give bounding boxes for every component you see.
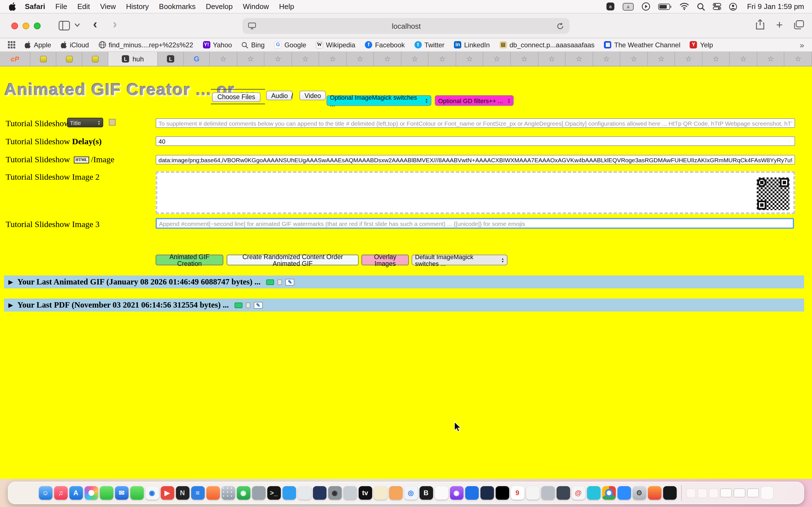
tab-active-huh[interactable]: L huh [108, 52, 158, 66]
bookmark-twitter[interactable]: t Twitter [414, 41, 445, 49]
menu-item-history[interactable]: History [126, 2, 149, 11]
dock-icon[interactable] [206, 486, 220, 500]
bookmark-weather-channel[interactable]: ▦ The Weather Channel [604, 41, 680, 49]
bookmark-apple[interactable]: Apple [25, 41, 51, 49]
bookmark-linkedin[interactable]: in LinkedIn [454, 41, 490, 49]
menu-item-view[interactable]: View [100, 2, 116, 11]
menu-item-bookmarks[interactable]: Bookmarks [159, 2, 196, 11]
favorites-grid-icon[interactable] [8, 41, 15, 48]
dock-icon[interactable] [343, 486, 357, 500]
last-pdf-summary[interactable]: ▶ Your Last PDF (November 03 2021 06:14:… [4, 298, 804, 312]
empty-favorite-tab[interactable]: ☆ [237, 52, 264, 66]
dock-icon[interactable]: @ [571, 486, 585, 500]
choose-files-button[interactable]: Choose Files [212, 92, 260, 102]
reload-icon[interactable] [557, 22, 564, 30]
bookmark-wikipedia[interactable]: W Wikipedia [316, 41, 355, 49]
zoom-window-button[interactable] [34, 22, 41, 29]
dock-icon[interactable]: ◉ [328, 486, 342, 500]
bookmarks-overflow-chevron[interactable]: » [800, 40, 804, 49]
gd-filters-select[interactable]: Optional GD filters++ ... ▲▼ [435, 95, 514, 106]
video-button[interactable]: Video [299, 91, 326, 100]
chevron-down-icon[interactable] [74, 23, 80, 27]
menu-item-window[interactable]: Window [243, 2, 269, 11]
tab-cpanel[interactable]: cP [0, 52, 31, 66]
empty-favorite-tab[interactable]: ☆ [730, 52, 757, 66]
dock-icon[interactable]: ◉ [145, 486, 159, 500]
menu-item-edit[interactable]: Edit [77, 2, 90, 11]
dock-icon[interactable]: ♫ [54, 486, 67, 500]
sidebar-icon[interactable] [59, 21, 70, 31]
address-bar[interactable]: localhost [243, 18, 569, 34]
dock-icon[interactable] [130, 486, 144, 500]
empty-favorite-tab[interactable]: ☆ [484, 52, 511, 66]
dock-icon[interactable] [252, 486, 265, 500]
dock-icon[interactable]: >_ [267, 486, 281, 500]
bookmark-icloud[interactable]: iCloud [61, 41, 89, 49]
animated-gif-creation-button[interactable]: Animated GIF Creation [156, 255, 223, 265]
empty-favorite-tab[interactable]: ☆ [703, 52, 730, 66]
image2-dropzone[interactable] [156, 171, 795, 214]
pinned-tab[interactable] [56, 52, 82, 66]
small-box-icon[interactable] [246, 302, 250, 308]
control-center-icon[interactable] [713, 3, 721, 10]
empty-favorite-tab[interactable]: ☆ [402, 52, 429, 66]
overlay-images-button[interactable]: Overlay Images [361, 255, 409, 265]
menu-clock[interactable]: Fri 9 Jan 1:59 pm [747, 2, 804, 11]
dock-icon[interactable] [313, 486, 326, 500]
spotlight-icon[interactable] [697, 3, 705, 10]
dock-icon[interactable] [84, 486, 98, 500]
empty-favorite-tab[interactable]: ☆ [264, 52, 292, 66]
dock-icon[interactable]: ◉ [450, 486, 463, 500]
minimized-window-thumbnail[interactable] [733, 489, 745, 497]
battery-icon[interactable] [658, 3, 672, 10]
new-tab-icon[interactable]: + [776, 20, 783, 29]
apple-menu-icon[interactable] [8, 2, 17, 11]
empty-favorite-tab[interactable]: ☆ [566, 52, 593, 66]
minimized-window-thumbnail[interactable] [720, 489, 732, 497]
bookmark-google[interactable]: G Google [274, 41, 306, 49]
dock-icon[interactable] [602, 486, 615, 500]
dock-icon[interactable] [587, 486, 600, 500]
play-icon[interactable] [642, 2, 650, 11]
dock-icon[interactable] [435, 486, 448, 500]
empty-favorite-tab[interactable]: ☆ [292, 52, 319, 66]
menu-item-develop[interactable]: Develop [206, 2, 233, 11]
tabs-overview-icon[interactable] [794, 20, 804, 29]
dock-icon[interactable]: B [419, 486, 433, 500]
tab-google[interactable]: G [184, 52, 210, 66]
menu-app-name[interactable]: Safari [25, 2, 45, 11]
dock-icon[interactable] [465, 486, 478, 500]
dock-icon[interactable]: ◎ [404, 486, 417, 500]
dock-mini-window[interactable] [686, 488, 696, 498]
dock-icon[interactable]: ☺ [39, 486, 52, 500]
wifi-icon[interactable] [679, 3, 689, 10]
bookmark-bing[interactable]: Bing [242, 41, 265, 49]
menu-item-help[interactable]: Help [279, 2, 294, 11]
title-colour-swatch[interactable] [109, 119, 116, 126]
dock-icon[interactable] [526, 486, 539, 500]
compose-icon[interactable]: ✎ [254, 302, 263, 308]
dock-icon[interactable]: ✉ [115, 486, 128, 500]
dock-icon[interactable] [297, 486, 311, 500]
dock-icon[interactable] [648, 486, 661, 500]
pinned-tab[interactable] [31, 52, 56, 66]
dock-icon[interactable] [495, 486, 509, 500]
back-icon[interactable]: ‹ [93, 18, 97, 31]
dock-icon[interactable]: ≡ [191, 486, 204, 500]
green-indicator-icon[interactable] [235, 302, 243, 308]
empty-favorite-tab[interactable]: ☆ [511, 52, 538, 66]
dock-icon[interactable] [282, 486, 296, 500]
dock-icon[interactable]: N [175, 486, 189, 500]
input-source-icon[interactable]: A [622, 3, 634, 10]
dock-icon[interactable] [541, 486, 555, 500]
empty-favorite-tab[interactable]: ☆ [538, 52, 566, 66]
pinned-tab[interactable] [82, 52, 108, 66]
dock-icon[interactable] [373, 486, 387, 500]
empty-favorite-tab[interactable]: ☆ [620, 52, 648, 66]
image-data-input[interactable] [156, 155, 795, 165]
bookmark-yahoo[interactable]: Y! Yahoo [203, 41, 232, 49]
dock-icon[interactable] [480, 486, 494, 500]
dock-icon[interactable] [221, 486, 235, 500]
bookmark-db-connect[interactable]: ▤ db_connect.p...aaasaaafaas [499, 41, 595, 49]
empty-favorite-tab[interactable]: ☆ [429, 52, 456, 66]
